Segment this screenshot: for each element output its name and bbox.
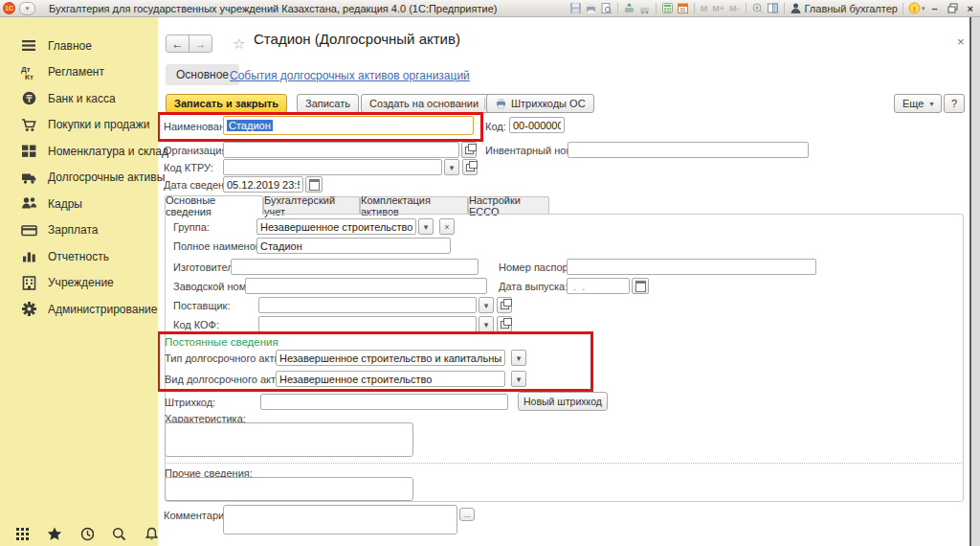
serial-number-input[interactable] (245, 278, 487, 294)
kof-dropdown-button[interactable]: ▾ (479, 316, 494, 332)
sidebar: Главное ДтКт Регламент Банк и касса Поку… (0, 17, 158, 546)
group-input[interactable] (256, 218, 416, 235)
sidebar-item-institution[interactable]: Учреждение (0, 270, 158, 297)
ktru-code-input[interactable] (223, 159, 442, 175)
save-and-close-label: Записать и закрыть (174, 98, 278, 109)
sidebar-item-reports[interactable]: Отчетность (0, 243, 158, 270)
create-based-on-label: Создать на основании (369, 98, 479, 109)
save-icon[interactable] (569, 2, 582, 14)
data-exchange-in-icon[interactable] (623, 2, 635, 14)
kof-code-input[interactable] (258, 316, 477, 332)
organization-choose-button[interactable] (461, 142, 477, 158)
sidebar-item-label: Администрирование (48, 303, 157, 316)
zoom-icon[interactable] (751, 2, 764, 14)
info-button[interactable]: i ▾ (908, 2, 925, 14)
create-based-on-button[interactable]: Создать на основании▾ (361, 94, 502, 113)
barcodes-button[interactable]: Штрихкоды ОС (486, 94, 594, 113)
link-asset-events[interactable]: События долгосрочных активов организаций (230, 69, 470, 82)
comment-textarea[interactable] (223, 505, 457, 535)
forward-button[interactable]: → (189, 34, 212, 53)
sidebar-item-reglament[interactable]: ДтКт Регламент (0, 59, 158, 86)
comment-more-button[interactable]: ... (459, 508, 475, 521)
back-button[interactable]: ← (166, 34, 189, 53)
favorite-star-icon[interactable]: ☆ (233, 35, 245, 53)
supplier-choose-button[interactable] (497, 297, 512, 313)
memory-m-plus-button[interactable]: M+ (711, 4, 725, 13)
app-logo-icon[interactable]: 1С (3, 2, 15, 14)
printer-icon (495, 98, 507, 109)
help-button[interactable]: ? (944, 94, 965, 113)
tab-accounting[interactable]: Бухгалтерский учет (263, 196, 360, 214)
close-window-button[interactable]: × (964, 0, 977, 17)
people-icon (21, 195, 37, 212)
sidebar-item-main[interactable]: Главное (0, 33, 158, 59)
save-and-close-button[interactable]: Записать и закрыть (166, 94, 287, 113)
sidebar-item-bank[interactable]: Банк и касса (0, 85, 158, 112)
split-window-icon[interactable] (767, 2, 779, 14)
asset-type-input[interactable] (276, 350, 505, 366)
kof-choose-button[interactable] (497, 316, 512, 332)
calculator-icon[interactable] (661, 2, 674, 14)
favorites-star-icon[interactable] (47, 527, 61, 541)
more-button[interactable]: Еще▾ (894, 94, 942, 113)
dotted-separator (165, 463, 962, 464)
sidebar-item-nomenclature[interactable]: Номенклатура и склад (0, 138, 158, 165)
memory-m-button[interactable]: M (700, 4, 709, 13)
restore-button[interactable] (947, 2, 959, 14)
current-user-button[interactable]: Главный бухгалтер (790, 2, 898, 14)
release-date-calendar-button[interactable] (632, 278, 649, 294)
tab-esso-settings[interactable]: Настройки ЕССО (468, 196, 549, 214)
barcode-label: Штрихкод: (165, 397, 215, 408)
save-button[interactable]: Записать (297, 94, 359, 113)
ktru-dropdown-button[interactable]: ▾ (444, 159, 459, 175)
name-input[interactable]: Стадион (223, 116, 474, 135)
full-name-input[interactable] (256, 238, 451, 254)
search-icon[interactable] (112, 527, 125, 541)
info-date-calendar-button[interactable] (305, 176, 323, 193)
chevron-down-icon: ▾ (450, 163, 455, 172)
other-info-textarea[interactable] (165, 477, 413, 501)
minimize-button[interactable]: – (927, 0, 941, 17)
notifications-bell-icon[interactable] (145, 527, 158, 541)
release-date-input[interactable] (567, 278, 630, 294)
tab-asset-set[interactable]: Комплектация активов (360, 196, 468, 214)
passport-number-input[interactable] (567, 259, 816, 275)
ktru-choose-button[interactable] (462, 159, 478, 175)
group-clear-button[interactable]: × (439, 218, 455, 235)
current-user-label: Главный бухгалтер (805, 3, 898, 14)
supplier-input[interactable] (258, 297, 477, 313)
asset-kind-dropdown-button[interactable]: ▾ (511, 371, 526, 387)
group-label: Группа: (173, 221, 210, 233)
tab-basic-info[interactable]: Основные сведения (165, 195, 263, 215)
print-preview-icon[interactable] (600, 2, 612, 14)
characteristic-textarea[interactable] (165, 422, 413, 457)
system-menu-button[interactable]: ▾ (19, 2, 35, 15)
tab-main[interactable]: Основное (166, 64, 239, 85)
close-form-icon[interactable]: × (957, 34, 965, 49)
titlebar: 1С ▾ Бухгалтерия для государственных учр… (0, 0, 980, 17)
sidebar-item-purchases[interactable]: Покупки и продажи (0, 112, 158, 139)
new-barcode-button[interactable]: Новый штрихкод (518, 392, 608, 411)
sidebar-item-salary[interactable]: Зарплата (0, 217, 158, 244)
sidebar-item-longterm-assets[interactable]: Долгосрочные активы (0, 165, 158, 192)
organization-input[interactable] (223, 142, 459, 158)
info-date-input[interactable] (223, 176, 303, 193)
barcode-input[interactable] (260, 394, 508, 410)
asset-type-dropdown-button[interactable]: ▾ (511, 350, 526, 366)
history-icon[interactable] (80, 527, 94, 541)
clear-icon: × (444, 222, 449, 232)
sidebar-item-administration[interactable]: Администрирование (0, 296, 158, 323)
print-icon[interactable] (585, 2, 597, 14)
memory-m-minus-button[interactable]: M- (728, 4, 741, 13)
inventory-number-input[interactable] (568, 142, 809, 158)
data-exchange-out-icon[interactable] (638, 2, 651, 14)
asset-kind-input[interactable] (276, 371, 505, 387)
sidebar-item-label: Отчетность (48, 250, 109, 263)
apps-grid-icon[interactable] (15, 527, 29, 541)
code-input[interactable] (509, 117, 565, 133)
calendar-icon[interactable]: 31 (677, 2, 689, 14)
supplier-dropdown-button[interactable]: ▾ (479, 297, 494, 313)
manufacturer-input[interactable] (231, 259, 479, 275)
group-dropdown-button[interactable]: ▾ (418, 218, 434, 235)
sidebar-item-hr[interactable]: Кадры (0, 191, 158, 217)
